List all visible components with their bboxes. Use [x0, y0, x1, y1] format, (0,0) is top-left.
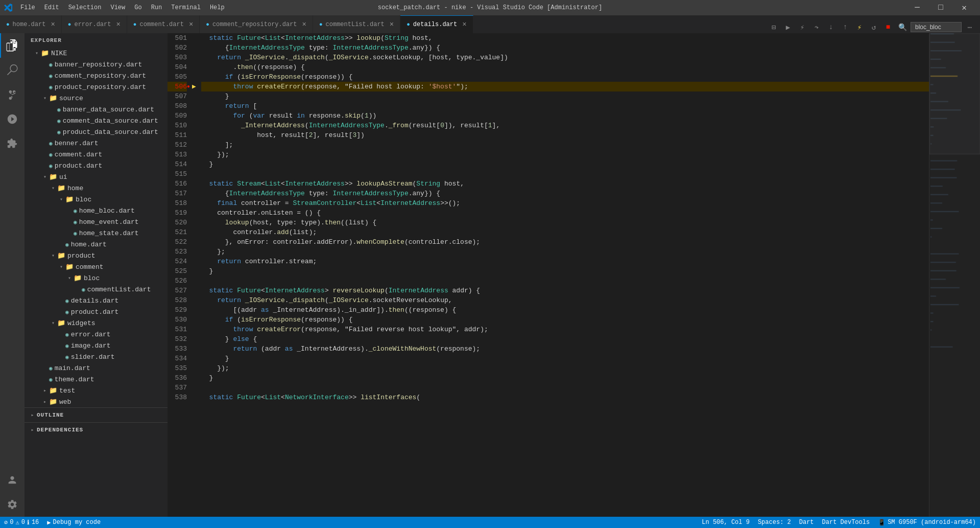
activity-settings[interactable] [0, 492, 25, 517]
tree-item-comment-folder[interactable]: ▾ 📁 comment [25, 261, 168, 272]
code-line[interactable]: return controller.stream; [201, 257, 929, 266]
tree-item-web[interactable]: ▸ 📁 web [25, 396, 168, 407]
tree-item-benner[interactable]: ◉ benner.dart [25, 137, 168, 149]
activity-search[interactable] [0, 58, 25, 82]
tab-commentlist-dart[interactable]: ● commentList.dart × [313, 15, 400, 33]
menu-go[interactable]: Go [130, 3, 146, 12]
tree-item-product-ds[interactable]: ◉ product_data_source.dart [25, 126, 168, 137]
activity-account[interactable] [0, 468, 25, 492]
maximize-button[interactable]: □ [929, 0, 952, 15]
tree-item-bloc[interactable]: ▾ 📁 bloc [25, 194, 168, 205]
code-line[interactable]: controller.onListen = () { [201, 208, 929, 218]
split-editor-icon[interactable]: ⊟ [768, 21, 780, 33]
code-content[interactable]: static Future<List<InternetAddress>> loo… [193, 33, 929, 517]
code-line[interactable]: static Stream<List<InternetAddress>> loo… [201, 179, 929, 189]
activity-source-control[interactable] [0, 82, 25, 107]
code-line[interactable]: return _IOService._dispatch(_IOService.s… [201, 53, 929, 62]
code-line[interactable]: static Future<List<NetworkInterface>> li… [201, 393, 929, 402]
code-line[interactable]: {InternetAddressType type: InternetAddre… [201, 43, 929, 53]
code-line[interactable]: throw createError(response, "Failed reve… [201, 325, 929, 334]
step-into-icon[interactable]: ↓ [825, 21, 837, 33]
code-line[interactable]: ]; [201, 140, 929, 150]
run-icon[interactable]: ▶ [782, 21, 794, 33]
tree-item-image-dart[interactable]: ◉ image.dart [25, 340, 168, 351]
tree-item-commentlist[interactable]: ◉ commentList.dart [25, 284, 168, 295]
code-line[interactable]: return [ [201, 101, 929, 111]
code-scroll[interactable]: 5015025035045055065075085095105115125135… [168, 33, 929, 517]
tab-close-icon[interactable]: × [390, 20, 394, 29]
tree-item-details[interactable]: ◉ details.dart [25, 295, 168, 306]
code-line[interactable]: }); [201, 150, 929, 159]
tab-close-icon[interactable]: × [462, 20, 466, 29]
tree-item-banner-ds[interactable]: ◉ banner_data_source.dart [25, 104, 168, 115]
outline-header[interactable]: ▸ OUTLINE [25, 410, 168, 420]
tree-item-home-state[interactable]: ◉ home_state.dart [25, 227, 168, 239]
more-options-icon[interactable]: ⋯ [964, 21, 976, 33]
tree-item-comment-repo[interactable]: ◉ comment_repository.dart [25, 70, 168, 81]
tree-item-banner-repo[interactable]: ◉ banner_repository.dart [25, 59, 168, 70]
menu-run[interactable]: Run [147, 3, 166, 12]
language-mode[interactable]: Dart [795, 517, 818, 528]
code-line[interactable]: _InternetAddress(InternetAddressType._fr… [201, 121, 929, 130]
indentation[interactable]: Spaces: 2 [754, 517, 795, 528]
code-line[interactable]: static Future<List<InternetAddress>> loo… [201, 33, 929, 43]
code-line[interactable] [201, 383, 929, 393]
activity-explorer[interactable] [0, 33, 25, 58]
minimize-button[interactable]: ─ [905, 0, 929, 15]
menu-terminal[interactable]: Terminal [167, 3, 205, 12]
step-out-icon[interactable]: ↑ [839, 21, 851, 33]
tab-close-icon[interactable]: × [116, 20, 120, 29]
dart-devtools[interactable]: Dart DevTools [818, 517, 874, 528]
code-line[interactable] [201, 276, 929, 286]
tree-item-theme[interactable]: ◉ theme.dart [25, 374, 168, 385]
tree-item-comment[interactable]: ◉ comment.dart [25, 149, 168, 160]
code-editor[interactable]: 5015025035045055065075085095105115125135… [168, 33, 929, 517]
close-button[interactable]: ✕ [952, 0, 976, 15]
code-line[interactable]: [(addr as _InternetAddress)._in_addr]).t… [201, 305, 929, 315]
debug-label[interactable]: ▶ Debug my code [43, 517, 105, 528]
code-line[interactable]: } [201, 266, 929, 276]
menu-selection[interactable]: Selection [64, 3, 106, 12]
code-line[interactable]: ▶● throw createError(response, "Failed h… [201, 82, 929, 91]
cursor-position[interactable]: Ln 506, Col 9 [698, 517, 754, 528]
hot-reload-icon[interactable]: ⚡ [853, 21, 866, 33]
code-line[interactable]: }; [201, 247, 929, 257]
device-name[interactable]: 📱 SM G950F (android-arm64) [874, 517, 980, 528]
tree-item-product-repo[interactable]: ◉ product_repository.dart [25, 81, 168, 93]
tree-item-home-event[interactable]: ◉ home_event.dart [25, 216, 168, 227]
code-line[interactable] [201, 169, 929, 179]
step-over-icon[interactable]: ↷ [810, 21, 823, 33]
code-line[interactable]: {InternetAddressType type: InternetAddre… [201, 189, 929, 198]
code-line[interactable]: static Future<InternetAddress> reverseLo… [201, 286, 929, 295]
restart-icon[interactable]: ↺ [868, 21, 880, 33]
code-line[interactable]: } else { [201, 334, 929, 344]
tree-item-ui[interactable]: ▾ 📁 ui [25, 171, 168, 182]
code-line[interactable]: if (isErrorResponse(response)) { [201, 72, 929, 82]
code-line[interactable]: return _IOService._dispatch(_IOService.s… [201, 295, 929, 305]
activity-extensions[interactable] [0, 131, 25, 156]
search-input[interactable] [911, 22, 962, 32]
tab-error-dart[interactable]: ● error.dart × [62, 15, 127, 33]
code-line[interactable]: controller.add(list); [201, 227, 929, 237]
tab-close-icon[interactable]: × [51, 20, 55, 29]
tree-item-product-dart[interactable]: ◉ product.dart [25, 306, 168, 317]
code-line[interactable]: }, onError: controller.addError).whenCom… [201, 237, 929, 247]
tab-close-icon[interactable]: × [302, 20, 306, 29]
tree-item-widgets[interactable]: ▾ 📁 widgets [25, 317, 168, 329]
menu-file[interactable]: File [16, 3, 39, 12]
tab-comment-repository-dart[interactable]: ● comment_repository.dart × [200, 15, 313, 33]
menu-edit[interactable]: Edit [40, 3, 63, 12]
code-line[interactable]: final controller = StreamController<List… [201, 198, 929, 208]
tree-item-home-bloc[interactable]: ◉ home_bloc.dart [25, 205, 168, 216]
tree-item-source[interactable]: ▾ 📁 source [25, 93, 168, 104]
tree-item-nike[interactable]: ▾ 📁 NIKE [25, 48, 168, 59]
code-line[interactable]: if (isErrorResponse(response)) { [201, 315, 929, 325]
tab-close-icon[interactable]: × [189, 20, 193, 29]
code-line[interactable]: } [201, 159, 929, 169]
tree-item-home-dart[interactable]: ◉ home.dart [25, 239, 168, 250]
search-icon[interactable]: 🔍 [896, 21, 909, 33]
tree-item-main[interactable]: ◉ main.dart [25, 362, 168, 374]
tree-item-error-dart[interactable]: ◉ error.dart [25, 329, 168, 340]
tree-item-comment-ds[interactable]: ◉ comment_data_source.dart [25, 115, 168, 126]
tab-details-dart[interactable]: ● details.dart × [400, 15, 473, 33]
